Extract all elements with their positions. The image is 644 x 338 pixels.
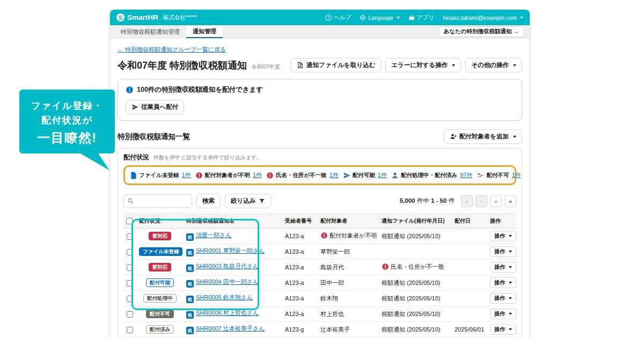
search-icon — [127, 197, 134, 204]
deliverable-notice-text: 100件の特別徴収税額通知を配付できます — [137, 85, 263, 94]
row-checkbox[interactable] — [127, 280, 133, 286]
search-button[interactable]: 検索 — [196, 194, 221, 208]
import-notice-file-label: 通知ファイルを取り込む — [306, 61, 375, 69]
plane-icon — [343, 172, 350, 179]
status-filter-label: 配付不可 — [486, 172, 509, 179]
other-operations-button[interactable]: その他の操作 — [465, 58, 522, 72]
chevron-down-icon — [509, 328, 512, 330]
pagination-button[interactable]: « — [461, 195, 473, 207]
notification-file: 税額通知 (2025/05/10) — [379, 275, 452, 291]
chevron-down-icon — [513, 64, 516, 67]
status-filter-count-link[interactable]: 1件 — [253, 171, 262, 179]
error-operations-button[interactable]: エラーに対する操作 — [385, 58, 461, 72]
row-action-button[interactable]: 操作 — [490, 277, 516, 288]
status-filter-label: 氏名・住所が不一致 — [276, 172, 327, 179]
table-row: ファイル未登録税SHR0001 草野栄一郎さんA123-a草野栄一郎操作 — [123, 244, 516, 260]
recipient-number: A123-a — [282, 306, 318, 322]
pagination-button[interactable]: » — [504, 195, 516, 207]
row-checkbox[interactable] — [127, 327, 133, 333]
status-filter-count-link[interactable]: 97件 — [460, 171, 472, 179]
recipient-number: A123-a — [282, 275, 318, 291]
smarthr-logo[interactable]: S SmartHR — [116, 13, 158, 21]
error-icon — [320, 232, 328, 239]
row-checkbox[interactable] — [127, 311, 133, 318]
table-header-row: 配付状況 特別徴収税額通知名 受給者番号 配付対象者 通知ファイル(発行年月日)… — [123, 214, 516, 229]
row-action-button[interactable]: 操作 — [490, 231, 516, 241]
status-filter-count-link[interactable]: 1件 — [330, 171, 339, 179]
status-filter-bar: ファイル未登録1件配付対象者が不明1件氏名・住所が不一致1件配付可能1件配付処理… — [123, 165, 516, 185]
pagination-total: 5,000 — [400, 197, 415, 204]
chevron-down-icon — [452, 64, 455, 67]
help-link[interactable]: ? ヘルプ — [325, 14, 351, 21]
status-filter-count-link[interactable]: 1件 — [511, 171, 521, 179]
pagination-button[interactable]: ‹ — [475, 195, 487, 207]
callout-line: 配付状況が — [24, 113, 111, 128]
chevron-down-icon — [509, 266, 512, 268]
deliver-to-employees-label: 従業員へ配付 — [141, 103, 178, 111]
notice-name-link[interactable]: SHR0003 島袋月代さん — [196, 263, 259, 269]
notification-file — [379, 244, 452, 260]
column-header: 通知ファイル(発行年月日) — [379, 214, 452, 229]
notification-file: 氏名・住所が不一致 — [379, 260, 452, 275]
row-checkbox[interactable] — [127, 249, 133, 255]
status-filter-item: 氏名・住所が不一致1件 — [266, 171, 339, 179]
tax-document-icon: 税 — [186, 233, 194, 241]
back-to-group-list-link[interactable]: ← 特別徴収税額通知グループ一覧に戻る — [118, 46, 226, 54]
recipient-number: A123-a — [282, 244, 318, 260]
apps-menu[interactable]: アプリ — [408, 14, 434, 21]
filter-button[interactable]: 絞り込み — [225, 194, 271, 208]
your-notice-button[interactable]: あなたの特別徴収税額通知 → — [438, 26, 524, 37]
notice-name-link[interactable]: SHR0005 鈴木翔さん — [196, 294, 253, 300]
row-action-button[interactable]: 操作 — [490, 308, 516, 319]
funnel-icon — [259, 198, 265, 204]
delivery-date — [452, 260, 487, 275]
error-icon — [266, 172, 274, 179]
notice-name-link[interactable]: SHR0004 田中一郎さん — [196, 278, 259, 285]
account-menu[interactable]: hinako.takami@example.com — [443, 14, 523, 21]
status-badge: ファイル未登録 — [139, 247, 182, 256]
row-action-button[interactable]: 操作 — [490, 262, 516, 273]
status-badge: 配付可能 — [146, 278, 174, 287]
chevron-down-icon — [513, 136, 516, 138]
delivery-date: 2025/06/01 — [452, 322, 487, 337]
notification-file: 税額通知 (2025/05/10) — [379, 306, 452, 322]
tax-document-icon: 税 — [186, 249, 194, 256]
chevron-down-icon — [509, 297, 512, 299]
select-all-checkbox[interactable] — [126, 218, 133, 224]
pagination-button[interactable]: › — [490, 195, 502, 207]
status-filter-item: 配付可能1件 — [343, 171, 387, 179]
row-checkbox[interactable] — [127, 233, 133, 240]
tab-bar: 特別徴収税額通知管理 通知管理 あなたの特別徴収税額通知 → — [110, 25, 530, 39]
add-delivery-target-button[interactable]: 配付対象者を追加 — [444, 129, 522, 144]
language-menu[interactable]: Language — [360, 14, 400, 21]
tab-notice-management[interactable]: 特別徴収税額通知管理 — [114, 25, 186, 38]
row-checkbox[interactable] — [127, 296, 133, 302]
company-name: 株式会社***** — [163, 14, 196, 21]
notice-name-link[interactable]: SHR0007 辻本裕美子さん — [196, 325, 265, 332]
row-action-button[interactable]: 操作 — [490, 293, 516, 304]
pagination-of: 件中 — [417, 197, 429, 204]
tab-notification-management[interactable]: 通知管理 — [186, 25, 223, 38]
status-badge: 要対応 — [149, 232, 172, 240]
row-action-button[interactable]: 操作 — [490, 246, 516, 257]
person-add-icon — [450, 133, 457, 140]
globe-icon — [360, 14, 366, 21]
notice-name-link[interactable]: SHR0001 草野栄一郎さん — [196, 247, 265, 254]
table-row: 要対応税須磨一郎さんA123-a配付対象者が不明税額通知 (2025/05/10… — [123, 229, 516, 244]
status-filter-count-link[interactable]: 1件 — [181, 171, 191, 179]
column-header: 配付状況 — [136, 214, 184, 229]
status-filter-item: 配付処理中・配付済み97件 — [391, 171, 473, 179]
filter-button-label: 絞り込み — [231, 197, 256, 205]
row-checkbox[interactable] — [127, 264, 133, 271]
notice-name-link[interactable]: SHR0006 村上哲也さん — [196, 310, 259, 316]
delivery-date — [452, 306, 487, 322]
notice-name-link[interactable]: 須磨一郎さん — [196, 232, 232, 238]
delivery-target: 草野栄一郎 — [318, 244, 379, 260]
file-import-icon — [297, 62, 304, 69]
deliver-to-employees-button[interactable]: 従業員へ配付 — [126, 100, 184, 114]
row-action-label: 操作 — [494, 295, 505, 302]
row-action-button[interactable]: 操作 — [490, 324, 516, 335]
import-notice-file-button[interactable]: 通知ファイルを取り込む — [291, 58, 381, 72]
status-filter-count-link[interactable]: 1件 — [378, 171, 387, 179]
tax-document-icon: 税 — [186, 264, 194, 272]
